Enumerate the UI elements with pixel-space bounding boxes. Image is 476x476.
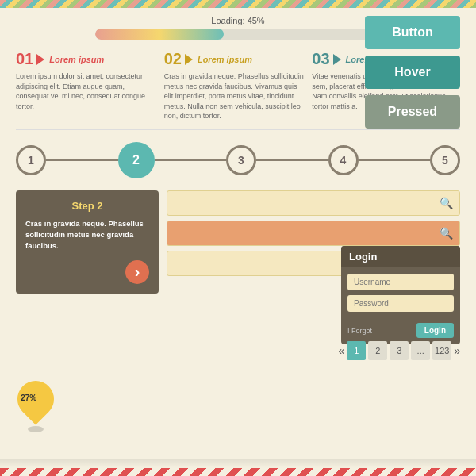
bottom-stripe-bar xyxy=(0,468,476,476)
page-3-button[interactable]: 3 xyxy=(390,341,409,360)
login-panel: Login I Forgot Login xyxy=(341,246,460,344)
step-detail-title: Step 2 xyxy=(25,200,149,212)
search-icon-1: 🔍 xyxy=(440,197,453,209)
pin-label: 27% xyxy=(21,393,36,402)
step-2-arrow xyxy=(185,54,193,65)
next-page-button[interactable]: » xyxy=(454,344,460,357)
search-icon-2: 🔍 xyxy=(440,227,453,240)
circle-1[interactable]: 1 xyxy=(16,145,46,175)
step-2-number: 02 xyxy=(164,50,182,68)
circle-2-active[interactable]: 2 xyxy=(118,142,155,178)
login-header: Login xyxy=(341,246,460,267)
connector-2 xyxy=(155,159,227,161)
connector-4 xyxy=(359,159,431,161)
pin-shadow xyxy=(28,426,44,432)
username-input[interactable] xyxy=(347,274,454,290)
step-2-title: Lorem ipsum xyxy=(198,55,252,64)
loading-percent: 45% xyxy=(248,16,265,25)
map-pin: 27% xyxy=(16,381,56,432)
step-detail-text: Cras in gravida neque. Phasellus sollici… xyxy=(25,218,149,252)
pagination: « 1 2 3 ... 123 » xyxy=(338,341,460,360)
step-col-2: 02 Lorem ipsum Cras in gravida neque. Ph… xyxy=(164,50,313,121)
step-detail-box: Step 2 Cras in gravida neque. Phasellus … xyxy=(16,190,159,294)
page-ellipsis: ... xyxy=(411,341,430,360)
top-stripe-bar xyxy=(0,0,476,8)
step-1-title: Lorem ipsum xyxy=(49,55,104,64)
map-section: 27% xyxy=(16,381,56,432)
page-123-button[interactable]: 123 xyxy=(432,341,451,360)
pressed-button[interactable]: Pressed xyxy=(365,95,460,129)
connector-1 xyxy=(46,159,118,161)
connector-3 xyxy=(256,159,328,161)
login-body xyxy=(341,267,460,323)
forgot-text[interactable]: I Forgot xyxy=(347,327,372,335)
loading-bar-fill xyxy=(95,29,224,40)
button-panel: Button Hover Pressed xyxy=(365,16,460,129)
circle-5[interactable]: 5 xyxy=(430,145,460,175)
step-1-arrow xyxy=(36,54,44,65)
circle-4[interactable]: 4 xyxy=(328,145,359,175)
step-1-text: Lorem ipsum dolor sit amet, consectetur … xyxy=(16,71,156,111)
step-2-text: Cras in gravida neque. Phasellus sollici… xyxy=(164,71,305,121)
step-3-number: 03 xyxy=(312,50,329,68)
page-2-button[interactable]: 2 xyxy=(368,341,387,360)
loading-bar-bg xyxy=(95,29,381,40)
step-col-1: 01 Lorem ipsum Lorem ipsum dolor sit ame… xyxy=(16,50,164,121)
step-next-button[interactable] xyxy=(125,260,149,284)
login-button[interactable]: Login xyxy=(416,323,454,338)
shadow-bar xyxy=(0,459,476,468)
normal-button[interactable]: Button xyxy=(365,16,460,49)
search-box-1[interactable]: 🔍 xyxy=(167,190,460,216)
password-input[interactable] xyxy=(347,295,454,312)
circles-row: 1 2 3 4 5 xyxy=(16,142,460,178)
progress-section: 1 2 3 4 5 xyxy=(0,130,476,190)
prev-page-button[interactable]: « xyxy=(338,344,344,357)
hover-button[interactable]: Hover xyxy=(365,56,460,89)
step-2-header: 02 Lorem ipsum xyxy=(164,50,305,68)
step-1-header: 01 Lorem ipsum xyxy=(16,50,156,68)
circle-3[interactable]: 3 xyxy=(226,145,256,175)
pin-head: 27% xyxy=(10,373,61,424)
loading-text: Loading: xyxy=(211,16,244,25)
step-3-arrow xyxy=(333,54,341,65)
search-box-2[interactable]: 🔍 xyxy=(167,221,460,246)
page-1-button[interactable]: 1 xyxy=(347,341,366,360)
step-1-number: 01 xyxy=(16,50,33,68)
